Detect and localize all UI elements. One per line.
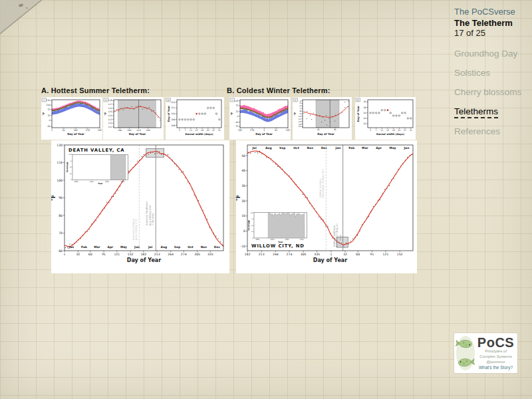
svg-text:90: 90 [59,196,63,200]
svg-text:ii: ii [295,99,296,102]
svg-text:2000: 2000 [300,239,305,241]
svg-text:May: May [390,146,396,150]
svg-text:60: 60 [356,253,360,256]
svg-text:Jan: Jan [68,245,74,249]
svg-text:114: 114 [108,114,112,117]
svg-text:Oct: Oct [188,245,193,249]
logo-text: PoCS Principles of Complex Systems @pocs… [475,336,516,370]
svg-text:50: 50 [70,166,72,168]
nav-groundhog-day[interactable]: Groundhog Day [454,49,517,59]
svg-text:1950: 1950 [285,239,289,241]
svg-text:121: 121 [383,253,389,256]
nav-solstices[interactable]: Solstices [454,68,490,78]
deck-series-title[interactable]: The PoCSverse [454,7,530,17]
svg-text:91: 91 [275,129,277,132]
svg-text:120: 120 [57,144,63,147]
svg-text:1850: 1850 [74,181,78,183]
svg-text:305: 305 [194,253,200,256]
svg-text:°F: °F [230,112,233,115]
svg-text:°F: °F [104,112,107,115]
svg-text:30: 30 [364,100,366,103]
svg-text:25: 25 [70,173,72,175]
svg-text:209: 209 [172,118,176,121]
svg-text:Jul: Jul [251,146,257,150]
svg-text:130: 130 [46,99,50,102]
svg-text:15: 15 [386,129,389,132]
svg-text:Sep: Sep [279,146,285,150]
svg-text:Feb: Feb [348,146,354,150]
svg-text:75: 75 [251,218,253,220]
nav-cherry-blossoms[interactable]: Cherry blossoms [454,87,521,97]
svg-text:1900: 1900 [90,181,94,183]
svg-text:152: 152 [128,253,134,256]
svg-text:212: 212 [172,101,176,104]
svg-text:32: 32 [235,110,238,113]
svg-text:31: 31 [218,129,221,132]
svg-text:1950: 1950 [105,181,110,183]
svg-text:72: 72 [235,104,238,107]
svg-text:27: 27 [212,129,215,132]
svg-text:0: 0 [252,237,253,239]
chart-b-main-willow-city: 18501900195020000255075100YearCoverage18… [236,140,417,273]
sidebar-nav: The PoCSverse The Teletherm 17 of 25 Gro… [454,7,530,146]
svg-text:91: 91 [370,253,374,256]
chart-a-annual-climate: 19118227436513010072320-40Day of Year°Fi [41,97,102,140]
svg-text:30: 30 [334,128,336,131]
svg-text:0: 0 [243,229,245,233]
svg-text:Nov: Nov [307,146,314,150]
nav-teletherms-current[interactable]: Teletherms [454,106,498,118]
svg-text:210: 210 [137,129,141,132]
svg-text:23: 23 [207,129,209,132]
svg-text:°F: °F [236,195,241,201]
svg-text:110: 110 [57,161,63,164]
svg-text:Day of Year: Day of Year [67,132,84,136]
svg-text:244: 244 [168,253,174,256]
svg-text:24: 24 [364,117,366,120]
svg-text:113: 113 [108,118,112,121]
svg-text:ii: ii [105,99,106,102]
svg-text:22: 22 [364,122,366,125]
svg-text:190: 190 [118,129,122,132]
pocs-logo[interactable]: PoCS Principles of Complex Systems @pocs… [454,333,517,373]
svg-text:+38 days: +38 days [151,213,154,225]
svg-text:60: 60 [59,249,63,253]
svg-text:50: 50 [251,225,253,227]
fish-logo-icon [456,335,475,371]
svg-text:-14: -14 [298,125,301,128]
svg-text:91: 91 [63,129,65,132]
svg-text:80: 80 [59,214,63,217]
svg-text:0: 0 [70,179,72,181]
svg-text:112: 112 [108,122,112,124]
svg-text:182: 182 [74,129,78,132]
svg-text:32: 32 [47,114,50,117]
svg-text:Jan: Jan [335,146,341,150]
svg-text:30: 30 [241,184,245,188]
svg-text:Oct: Oct [293,146,299,150]
svg-text:i: i [44,99,45,102]
svg-text:°F: °F [51,195,57,201]
svg-text:Aug: Aug [161,245,168,249]
nav-references[interactable]: References [454,126,500,136]
svg-text:1: 1 [64,253,66,256]
svg-text:0: 0 [49,119,50,122]
svg-text:-40: -40 [235,121,238,124]
svg-text:50: 50 [241,154,245,158]
svg-text:Day of Year: Day of Year [255,132,273,136]
svg-text:-40: -40 [47,125,50,128]
svg-text:+37 days: +37 days [338,235,342,247]
logo-tagline: What's the Story? [475,366,516,370]
svg-text:Dec: Dec [214,245,221,249]
chart-a-main-death-valley: 18501900195020000255075100YearCoverage13… [51,140,229,273]
svg-text:Coverage: Coverage [247,220,250,231]
svg-text:Sep: Sep [174,245,180,249]
chart-a-kernel-width: 37111519232731208209210211212Kernel widt… [166,97,224,140]
svg-text:152: 152 [397,253,403,256]
svg-text:Jun: Jun [134,245,140,249]
svg-text:274: 274 [86,129,90,132]
svg-text:220: 220 [146,129,150,132]
svg-text:-70: -70 [235,125,238,128]
section-nav: Groundhog Day Solstices Cherry blossoms … [454,49,530,136]
svg-text:100: 100 [250,212,253,214]
svg-text:182: 182 [238,129,242,132]
svg-text:105: 105 [234,100,238,102]
